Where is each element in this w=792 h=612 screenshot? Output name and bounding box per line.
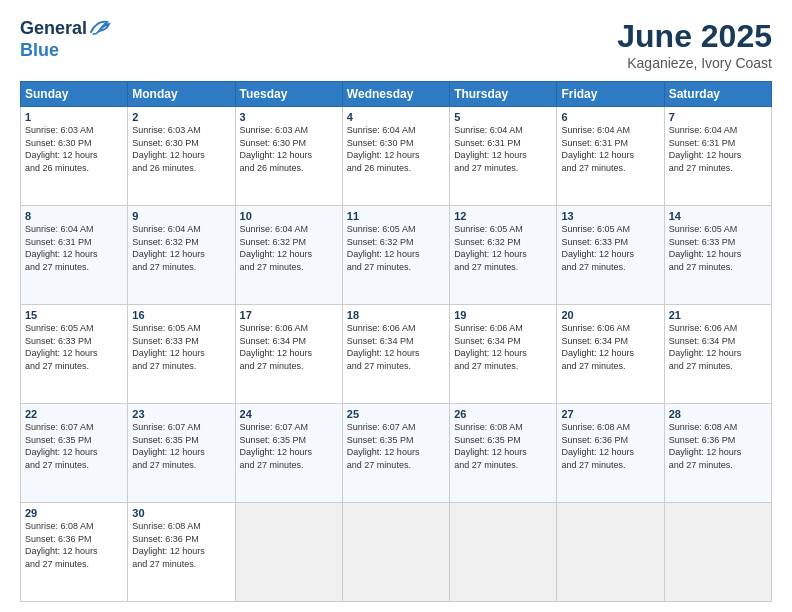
days-of-week-row: SundayMondayTuesdayWednesdayThursdayFrid… [21,82,772,107]
calendar-day-20: 20Sunrise: 6:06 AM Sunset: 6:34 PM Dayli… [557,305,664,404]
day-header-friday: Friday [557,82,664,107]
day-info: Sunrise: 6:08 AM Sunset: 6:36 PM Dayligh… [25,520,123,570]
calendar-table: SundayMondayTuesdayWednesdayThursdayFrid… [20,81,772,602]
calendar-day-6: 6Sunrise: 6:04 AM Sunset: 6:31 PM Daylig… [557,107,664,206]
calendar-week-2: 8Sunrise: 6:04 AM Sunset: 6:31 PM Daylig… [21,206,772,305]
calendar-week-5: 29Sunrise: 6:08 AM Sunset: 6:36 PM Dayli… [21,503,772,602]
day-number: 16 [132,309,230,321]
day-info: Sunrise: 6:07 AM Sunset: 6:35 PM Dayligh… [240,421,338,471]
day-info: Sunrise: 6:04 AM Sunset: 6:32 PM Dayligh… [240,223,338,273]
day-info: Sunrise: 6:04 AM Sunset: 6:32 PM Dayligh… [132,223,230,273]
day-info: Sunrise: 6:04 AM Sunset: 6:31 PM Dayligh… [561,124,659,174]
day-number: 24 [240,408,338,420]
calendar-day-16: 16Sunrise: 6:05 AM Sunset: 6:33 PM Dayli… [128,305,235,404]
calendar-day-23: 23Sunrise: 6:07 AM Sunset: 6:35 PM Dayli… [128,404,235,503]
calendar-day-9: 9Sunrise: 6:04 AM Sunset: 6:32 PM Daylig… [128,206,235,305]
calendar-day-3: 3Sunrise: 6:03 AM Sunset: 6:30 PM Daylig… [235,107,342,206]
calendar-week-1: 1Sunrise: 6:03 AM Sunset: 6:30 PM Daylig… [21,107,772,206]
day-info: Sunrise: 6:08 AM Sunset: 6:36 PM Dayligh… [132,520,230,570]
calendar-empty [557,503,664,602]
calendar-day-17: 17Sunrise: 6:06 AM Sunset: 6:34 PM Dayli… [235,305,342,404]
calendar-day-24: 24Sunrise: 6:07 AM Sunset: 6:35 PM Dayli… [235,404,342,503]
calendar-day-8: 8Sunrise: 6:04 AM Sunset: 6:31 PM Daylig… [21,206,128,305]
day-info: Sunrise: 6:05 AM Sunset: 6:33 PM Dayligh… [25,322,123,372]
title-block: June 2025 Kaganieze, Ivory Coast [617,18,772,71]
day-info: Sunrise: 6:08 AM Sunset: 6:36 PM Dayligh… [561,421,659,471]
logo-bird-icon [89,18,111,40]
calendar-week-3: 15Sunrise: 6:05 AM Sunset: 6:33 PM Dayli… [21,305,772,404]
day-number: 1 [25,111,123,123]
day-number: 10 [240,210,338,222]
day-number: 25 [347,408,445,420]
day-number: 29 [25,507,123,519]
day-number: 2 [132,111,230,123]
day-info: Sunrise: 6:04 AM Sunset: 6:31 PM Dayligh… [454,124,552,174]
day-number: 13 [561,210,659,222]
day-info: Sunrise: 6:04 AM Sunset: 6:30 PM Dayligh… [347,124,445,174]
day-number: 28 [669,408,767,420]
calendar-day-5: 5Sunrise: 6:04 AM Sunset: 6:31 PM Daylig… [450,107,557,206]
calendar-day-18: 18Sunrise: 6:06 AM Sunset: 6:34 PM Dayli… [342,305,449,404]
day-info: Sunrise: 6:07 AM Sunset: 6:35 PM Dayligh… [25,421,123,471]
day-number: 19 [454,309,552,321]
logo: General Blue [20,18,111,61]
day-header-tuesday: Tuesday [235,82,342,107]
calendar-header: SundayMondayTuesdayWednesdayThursdayFrid… [21,82,772,107]
day-info: Sunrise: 6:07 AM Sunset: 6:35 PM Dayligh… [132,421,230,471]
day-info: Sunrise: 6:08 AM Sunset: 6:35 PM Dayligh… [454,421,552,471]
day-number: 4 [347,111,445,123]
calendar-day-12: 12Sunrise: 6:05 AM Sunset: 6:32 PM Dayli… [450,206,557,305]
calendar-day-4: 4Sunrise: 6:04 AM Sunset: 6:30 PM Daylig… [342,107,449,206]
day-number: 7 [669,111,767,123]
calendar-empty [450,503,557,602]
day-info: Sunrise: 6:05 AM Sunset: 6:33 PM Dayligh… [561,223,659,273]
calendar-week-4: 22Sunrise: 6:07 AM Sunset: 6:35 PM Dayli… [21,404,772,503]
day-header-monday: Monday [128,82,235,107]
day-number: 22 [25,408,123,420]
day-number: 9 [132,210,230,222]
calendar-day-19: 19Sunrise: 6:06 AM Sunset: 6:34 PM Dayli… [450,305,557,404]
day-header-saturday: Saturday [664,82,771,107]
day-number: 14 [669,210,767,222]
day-number: 26 [454,408,552,420]
day-info: Sunrise: 6:06 AM Sunset: 6:34 PM Dayligh… [347,322,445,372]
day-header-sunday: Sunday [21,82,128,107]
day-number: 12 [454,210,552,222]
day-info: Sunrise: 6:08 AM Sunset: 6:36 PM Dayligh… [669,421,767,471]
calendar-day-28: 28Sunrise: 6:08 AM Sunset: 6:36 PM Dayli… [664,404,771,503]
day-header-thursday: Thursday [450,82,557,107]
day-number: 15 [25,309,123,321]
day-number: 3 [240,111,338,123]
day-number: 30 [132,507,230,519]
day-number: 18 [347,309,445,321]
day-info: Sunrise: 6:03 AM Sunset: 6:30 PM Dayligh… [25,124,123,174]
day-info: Sunrise: 6:06 AM Sunset: 6:34 PM Dayligh… [240,322,338,372]
calendar-day-10: 10Sunrise: 6:04 AM Sunset: 6:32 PM Dayli… [235,206,342,305]
day-info: Sunrise: 6:04 AM Sunset: 6:31 PM Dayligh… [25,223,123,273]
calendar-day-7: 7Sunrise: 6:04 AM Sunset: 6:31 PM Daylig… [664,107,771,206]
calendar-subtitle: Kaganieze, Ivory Coast [617,55,772,71]
calendar-empty [235,503,342,602]
day-number: 11 [347,210,445,222]
page: General Blue June 2025 Kaganieze, Ivory … [0,0,792,612]
calendar-day-25: 25Sunrise: 6:07 AM Sunset: 6:35 PM Dayli… [342,404,449,503]
day-number: 17 [240,309,338,321]
calendar-day-27: 27Sunrise: 6:08 AM Sunset: 6:36 PM Dayli… [557,404,664,503]
day-info: Sunrise: 6:03 AM Sunset: 6:30 PM Dayligh… [240,124,338,174]
logo-text-blue: Blue [20,40,59,61]
calendar-day-30: 30Sunrise: 6:08 AM Sunset: 6:36 PM Dayli… [128,503,235,602]
day-info: Sunrise: 6:07 AM Sunset: 6:35 PM Dayligh… [347,421,445,471]
day-info: Sunrise: 6:06 AM Sunset: 6:34 PM Dayligh… [454,322,552,372]
calendar-day-15: 15Sunrise: 6:05 AM Sunset: 6:33 PM Dayli… [21,305,128,404]
logo-text-general: General [20,19,87,39]
day-info: Sunrise: 6:05 AM Sunset: 6:33 PM Dayligh… [132,322,230,372]
calendar-day-29: 29Sunrise: 6:08 AM Sunset: 6:36 PM Dayli… [21,503,128,602]
day-info: Sunrise: 6:05 AM Sunset: 6:32 PM Dayligh… [347,223,445,273]
calendar-day-26: 26Sunrise: 6:08 AM Sunset: 6:35 PM Dayli… [450,404,557,503]
calendar-body: 1Sunrise: 6:03 AM Sunset: 6:30 PM Daylig… [21,107,772,602]
day-info: Sunrise: 6:04 AM Sunset: 6:31 PM Dayligh… [669,124,767,174]
calendar-day-11: 11Sunrise: 6:05 AM Sunset: 6:32 PM Dayli… [342,206,449,305]
day-number: 27 [561,408,659,420]
day-number: 20 [561,309,659,321]
day-info: Sunrise: 6:03 AM Sunset: 6:30 PM Dayligh… [132,124,230,174]
